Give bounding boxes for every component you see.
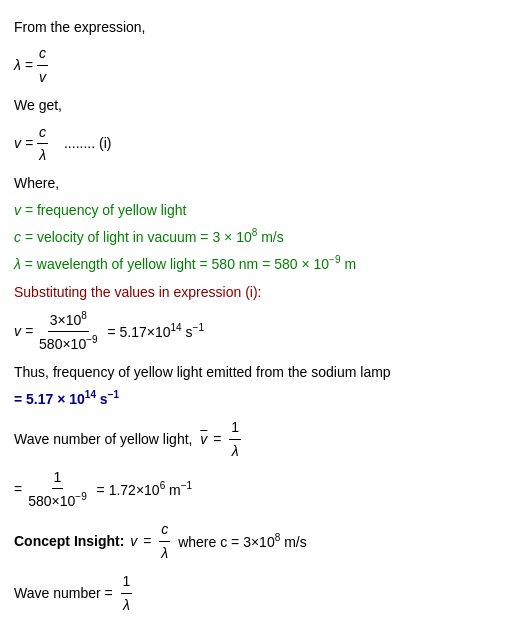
lambda-expression: λ = c v bbox=[14, 42, 514, 88]
wave-number-bottom-line: Wave number = 1 λ bbox=[14, 570, 514, 616]
wave-calc-fraction: 1 580×10−9 bbox=[26, 466, 89, 512]
v-numerator: c bbox=[37, 121, 48, 144]
lambda-fraction: c v bbox=[37, 42, 48, 88]
thus-section: Thus, frequency of yellow light emitted … bbox=[14, 361, 514, 410]
we-get-section: We get, v = c λ ........ (i) bbox=[14, 94, 514, 166]
concept-v: v bbox=[130, 530, 137, 552]
concept-denominator: λ bbox=[159, 542, 170, 564]
wave-numerator: 1 bbox=[229, 416, 241, 439]
concept-equals: = bbox=[139, 530, 155, 552]
v-formula: v = c λ ........ (i) bbox=[14, 121, 514, 167]
result-line: = 5.17 × 1014 s−1 bbox=[14, 387, 514, 410]
concept-fraction: c λ bbox=[159, 518, 170, 564]
wave-calc-numerator: 1 bbox=[52, 466, 64, 489]
wave-bar-v: v bbox=[200, 428, 207, 450]
calc-v-label: v = bbox=[14, 320, 33, 342]
wave-number-denominator: λ bbox=[121, 594, 132, 616]
calculation-line: v = 3×108 580×10−9 = 5.17×1014 s−1 bbox=[14, 308, 514, 355]
wave-equals: = bbox=[209, 428, 225, 450]
concept-label: Concept Insight: bbox=[14, 530, 128, 552]
wave-number-intro-line: Wave number of yellow light, v = 1 λ bbox=[14, 416, 514, 462]
wave-fraction: 1 λ bbox=[229, 416, 241, 462]
we-get-text: We get, bbox=[14, 94, 514, 116]
v-definition: v = frequency of yellow light bbox=[14, 199, 514, 221]
concept-insight-section: Concept Insight: v = c λ where c = 3×108… bbox=[14, 518, 514, 564]
wave-number-numerator: 1 bbox=[121, 570, 133, 593]
wave-calc-result: = 1.72×106 m−1 bbox=[93, 478, 192, 501]
wave-calc-line: = 1 580×10−9 = 1.72×106 m−1 bbox=[14, 466, 514, 512]
concept-line: Concept Insight: v = c λ where c = 3×108… bbox=[14, 518, 514, 564]
thus-text: Thus, frequency of yellow light emitted … bbox=[14, 361, 514, 383]
intro-text: From the expression, bbox=[14, 16, 514, 38]
wave-number-bottom-fraction: 1 λ bbox=[121, 570, 133, 616]
wave-denominator: λ bbox=[230, 440, 241, 462]
v-fraction: c λ bbox=[37, 121, 48, 167]
wave-number-section: Wave number of yellow light, v = 1 λ = 1… bbox=[14, 416, 514, 512]
calc-fraction: 3×108 580×10−9 bbox=[37, 308, 100, 355]
where-text: Where, bbox=[14, 172, 514, 194]
concept-numerator: c bbox=[159, 518, 170, 541]
c-definition: c = velocity of light in vacuum = 3 × 10… bbox=[14, 225, 514, 248]
substituting-text: Substituting the values in expression (i… bbox=[14, 281, 514, 303]
lambda-denominator: v bbox=[37, 66, 48, 88]
result-value: = 5.17 × 1014 s−1 bbox=[14, 387, 119, 410]
calc-denominator: 580×10−9 bbox=[37, 332, 100, 355]
wave-calc-denominator: 580×10−9 bbox=[26, 489, 89, 512]
lambda-label: λ = bbox=[14, 54, 33, 76]
calc-numerator: 3×108 bbox=[48, 308, 89, 332]
calc-result: = 5.17×1014 s−1 bbox=[104, 320, 204, 343]
lambda-definition: λ = wavelength of yellow light = 580 nm … bbox=[14, 252, 514, 275]
v-label: v = bbox=[14, 132, 33, 154]
concept-rest: where c = 3×108 m/s bbox=[174, 530, 306, 553]
intro-section: From the expression, λ = c v bbox=[14, 16, 514, 88]
wave-calc-prefix: = bbox=[14, 478, 22, 500]
v-denominator: λ bbox=[37, 144, 48, 166]
wave-number-bottom-section: Wave number = 1 λ bbox=[14, 570, 514, 616]
wave-intro-text: Wave number of yellow light, bbox=[14, 428, 192, 450]
wave-number-bottom-label: Wave number = bbox=[14, 582, 117, 604]
where-section: Where, v = frequency of yellow light c =… bbox=[14, 172, 514, 275]
series-label: ........ (i) bbox=[60, 132, 111, 154]
lambda-numerator: c bbox=[37, 42, 48, 65]
substituting-section: Substituting the values in expression (i… bbox=[14, 281, 514, 354]
